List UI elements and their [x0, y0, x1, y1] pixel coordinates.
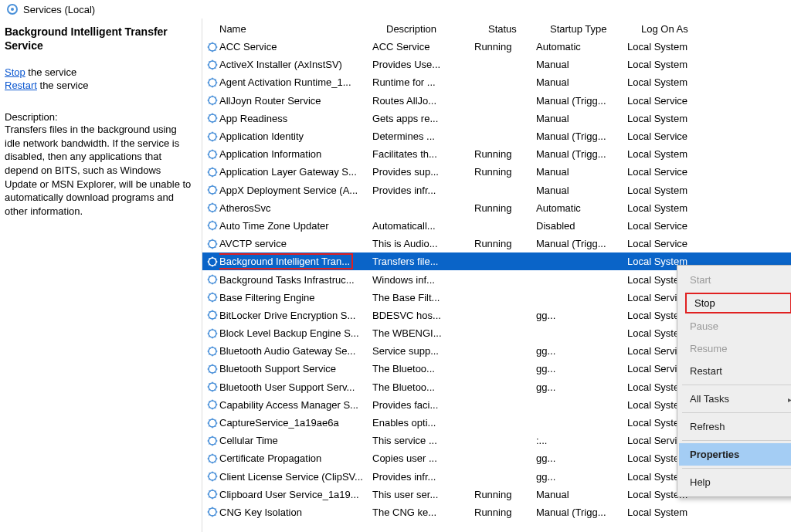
service-name: Background Intelligent Tran...: [219, 253, 372, 269]
service-row[interactable]: Application IdentityDetermines ...Manual…: [202, 127, 791, 145]
service-description: Gets apps re...: [372, 113, 474, 124]
service-startup: Manual (Trigg...: [536, 507, 627, 518]
service-startup: Manual (Trigg...: [536, 238, 627, 249]
context-menu-properties[interactable]: Properties: [679, 443, 791, 466]
service-name: ActiveX Installer (AxInstSV): [219, 59, 372, 70]
chevron-right-icon: ▸: [788, 395, 791, 403]
service-status: Running: [474, 148, 536, 160]
service-startup: Disabled: [536, 220, 627, 232]
gear-icon: [205, 363, 219, 375]
gear-icon: [205, 184, 219, 196]
service-startup: Manual (Trigg...: [536, 148, 627, 160]
service-description: This service ...: [372, 435, 474, 446]
description-body: Transfers files in the background using …: [5, 123, 192, 218]
service-startup: Manual: [536, 76, 627, 88]
col-header-logon[interactable]: Log On As: [641, 23, 765, 35]
service-description: Provides Use...: [372, 59, 474, 70]
service-logon: Local System: [627, 202, 751, 214]
col-header-startup[interactable]: Startup Type: [550, 23, 641, 35]
service-row[interactable]: App ReadinessGets apps re...ManualLocal …: [202, 110, 791, 127]
service-row[interactable]: AppX Deployment Service (A...Provides in…: [202, 181, 791, 199]
context-menu: Start Stop Pause Resume Restart All Task…: [677, 265, 791, 497]
service-name: Block Level Backup Engine S...: [219, 327, 372, 339]
service-description: Copies user ...: [372, 452, 474, 464]
service-description: Determines ...: [372, 130, 474, 142]
service-row[interactable]: Application InformationFacilitates th...…: [202, 145, 791, 163]
service-startup: Manual: [536, 166, 627, 178]
service-logon: Local System: [627, 185, 751, 196]
service-row[interactable]: Agent Activation Runtime_1...Runtime for…: [202, 73, 791, 91]
service-name: Background Tasks Infrastruc...: [219, 274, 372, 286]
service-row[interactable]: Auto Time Zone UpdaterAutomaticall...Dis…: [202, 217, 791, 235]
service-row[interactable]: Application Layer Gateway S...Provides s…: [202, 163, 791, 181]
service-description: Provides sup...: [372, 166, 474, 178]
service-name: Application Layer Gateway S...: [219, 166, 372, 178]
service-name: Base Filtering Engine: [219, 292, 372, 303]
service-description: This is Audio...: [372, 238, 474, 249]
service-description: Transfers file...: [372, 256, 474, 267]
service-startup: Manual: [536, 59, 627, 70]
gear-icon: [205, 470, 219, 483]
service-startup: Manual (Trigg...: [536, 95, 627, 107]
context-menu-alltasks[interactable]: All Tasks ▸: [679, 388, 791, 410]
gear-icon: [205, 148, 219, 161]
service-status: Running: [474, 507, 536, 518]
context-menu-restart[interactable]: Restart: [679, 360, 791, 382]
service-logon: Local System: [627, 76, 751, 88]
service-description: Provides faci...: [372, 399, 474, 411]
service-name: Agent Activation Runtime_1...: [219, 76, 372, 88]
gear-icon: [205, 417, 219, 429]
service-row[interactable]: AVCTP serviceThis is Audio...RunningManu…: [202, 235, 791, 252]
gear-icon: [205, 398, 219, 411]
service-row[interactable]: AllJoyn Router ServiceRoutes AllJo...Man…: [202, 92, 791, 110]
stop-service-link[interactable]: Stop: [5, 66, 25, 78]
col-header-status[interactable]: Status: [488, 23, 550, 35]
service-description: The WBENGI...: [372, 327, 474, 339]
service-logon: Local System: [627, 113, 751, 124]
service-name: Application Identity: [219, 130, 372, 142]
service-description: The Bluetoo...: [372, 381, 474, 393]
service-startup: Manual: [536, 185, 627, 196]
context-menu-sep3: [682, 440, 791, 441]
service-name: Auto Time Zone Updater: [219, 220, 372, 232]
service-description: Provides infr...: [372, 471, 474, 483]
service-description: Service supp...: [372, 345, 474, 357]
service-row[interactable]: AtherosSvcRunningAutomaticLocal System: [202, 199, 791, 217]
selected-service-title: Background Intelligent Transfer Service: [5, 25, 192, 53]
context-menu-refresh[interactable]: Refresh: [679, 415, 791, 438]
service-name: App Readiness: [219, 113, 372, 124]
context-menu-stop[interactable]: Stop: [685, 293, 791, 313]
service-description: This user ser...: [372, 489, 474, 500]
service-status: Running: [474, 202, 536, 214]
service-logon: Local Service: [627, 166, 751, 178]
service-logon: Local Service: [627, 95, 751, 107]
context-menu-sep4: [682, 468, 791, 469]
service-description: Enables opti...: [372, 417, 474, 429]
service-logon: Local System: [627, 59, 751, 70]
service-logon: Local Service: [627, 220, 751, 232]
service-name: Capability Access Manager S...: [219, 399, 372, 411]
restart-service-link[interactable]: Restart: [5, 80, 37, 91]
context-menu-help[interactable]: Help: [679, 471, 791, 493]
service-description: Routes AllJo...: [372, 95, 474, 107]
service-name: ACC Service: [219, 41, 372, 53]
service-name: AtherosSvc: [219, 202, 372, 214]
service-name: AllJoyn Router Service: [219, 95, 372, 107]
context-menu-sep2: [682, 412, 791, 413]
service-row[interactable]: ACC ServiceACC ServiceRunningAutomaticLo…: [202, 38, 791, 56]
service-name: Bluetooth User Support Serv...: [219, 381, 372, 393]
service-row[interactable]: CNG Key IsolationThe CNG ke...RunningMan…: [202, 503, 791, 521]
details-panel: Background Intelligent Transfer Service …: [0, 19, 202, 532]
context-menu-start: Start: [679, 269, 791, 291]
service-description: Runtime for ...: [372, 76, 474, 88]
col-header-description[interactable]: Description: [386, 23, 488, 35]
gear-icon: [205, 345, 219, 357]
gear-icon: [205, 59, 219, 71]
context-menu-resume: Resume: [679, 337, 791, 360]
service-name: AppX Deployment Service (A...: [219, 185, 372, 196]
service-row[interactable]: ActiveX Installer (AxInstSV)Provides Use…: [202, 56, 791, 73]
stop-service-line: Stop the service: [5, 66, 192, 78]
service-status: Running: [474, 238, 536, 249]
col-header-name[interactable]: Name: [219, 23, 386, 35]
gear-icon: [205, 291, 219, 303]
